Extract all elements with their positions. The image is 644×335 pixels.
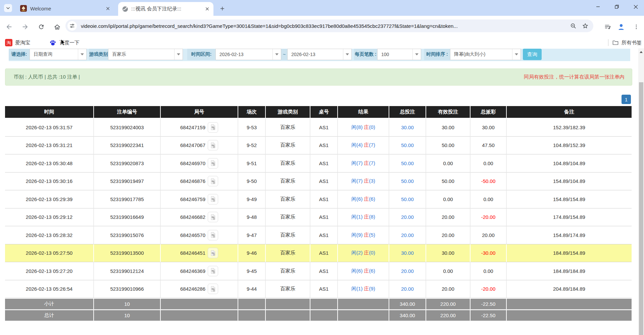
back-button[interactable] xyxy=(3,21,15,33)
cell-total-bet[interactable]: 20.00 xyxy=(389,262,426,280)
cell-remark: 104.89/152.39 xyxy=(507,137,632,155)
date-from-select[interactable]: 2026-02-13 xyxy=(215,49,281,60)
minimize-icon xyxy=(596,5,600,9)
tab-strip: Welcome :::视讯 会员下注纪录::: xyxy=(0,0,644,16)
cell-valid-bet: 20.00 xyxy=(426,226,470,244)
cell-remark: 104.89/104.89 xyxy=(507,154,632,173)
zoom-out-button[interactable] xyxy=(569,22,577,30)
window-maximize-button[interactable] xyxy=(607,0,626,13)
cell-time: 2026-02-13 05:31:57 xyxy=(5,118,94,137)
cell-total-bet[interactable]: 30.00 xyxy=(389,118,426,137)
cell-valid-bet: 30.00 xyxy=(426,244,470,262)
profile-avatar[interactable] xyxy=(615,21,627,33)
cell-total-bet[interactable]: 30.00 xyxy=(389,244,426,262)
cell-table-no: AS1 xyxy=(310,262,338,280)
summary-bar: 币别 : 人民币 | 总共 :10 注单 | 同局有效投注，统一计算在该局第一张… xyxy=(5,68,632,86)
site-settings-button[interactable] xyxy=(67,21,77,31)
cell-result: 闲(6) 庄(6) xyxy=(338,262,389,280)
reload-button[interactable] xyxy=(36,21,47,33)
scrollbar-thumb[interactable] xyxy=(639,82,643,335)
video-replay-button[interactable] xyxy=(208,176,218,186)
video-replay-button[interactable] xyxy=(208,194,218,204)
media-controls-button[interactable] xyxy=(602,21,613,33)
window-minimize-button[interactable] xyxy=(589,0,607,13)
cell-total-bet[interactable]: 50.00 xyxy=(389,190,426,208)
tab-close-icon[interactable] xyxy=(105,5,111,11)
cell-total-bet[interactable]: 50.00 xyxy=(389,154,426,173)
cell-bet-id: 523199022341 xyxy=(94,137,161,155)
column-header: 备注 xyxy=(507,106,632,118)
query-type-select[interactable]: 日期查询 xyxy=(30,49,87,60)
vertical-scrollbar[interactable] xyxy=(638,48,644,335)
video-replay-button[interactable] xyxy=(208,266,218,276)
cell-round: 684246451 xyxy=(161,244,238,262)
cell-result: 闲(7) 庄(3) xyxy=(338,173,389,191)
video-replay-button[interactable] xyxy=(208,212,218,222)
cell-payout: -50.00 xyxy=(470,173,507,191)
total-row: 总计10340.00220.00-22.50 xyxy=(5,309,632,321)
video-file-icon xyxy=(210,268,216,274)
cell-payout: -20.00 xyxy=(470,208,507,227)
cell-total-bet[interactable]: 50.00 xyxy=(389,137,426,155)
cell-game: 百家乐 xyxy=(266,154,310,173)
baidu-paw-icon xyxy=(49,39,57,47)
column-header: 游戏类别 xyxy=(266,106,310,118)
dropdown-arrow-icon xyxy=(273,49,281,60)
cell-valid-bet: 20.00 xyxy=(426,208,470,227)
tab-close-icon[interactable] xyxy=(204,6,210,12)
search-button[interactable]: 查询 xyxy=(523,49,542,60)
subtotal-label: 小计 xyxy=(5,298,94,309)
scrollbar-up-arrow[interactable] xyxy=(638,49,644,55)
globe-favicon-icon xyxy=(122,6,128,12)
cell-total-bet[interactable]: 20.00 xyxy=(389,226,426,244)
video-replay-button[interactable] xyxy=(208,284,218,294)
table-row: 2026-02-13 05:30:16523199019497684246876… xyxy=(5,173,632,191)
cell-time: 2026-02-13 05:27:50 xyxy=(5,244,94,262)
sort-order-select[interactable]: 降幂(由大到小) xyxy=(450,49,521,60)
filter-range-label: 时间区间: xyxy=(187,49,215,60)
video-replay-button[interactable] xyxy=(208,158,218,169)
folder-icon xyxy=(612,39,619,46)
cell-table-no: AS1 xyxy=(310,208,338,227)
cell-total-bet[interactable]: 20.00 xyxy=(389,280,426,298)
home-button[interactable] xyxy=(51,21,63,33)
cell-session: 9-50 xyxy=(238,173,266,191)
browser-menu-button[interactable] xyxy=(631,21,642,33)
url-text[interactable]: videoie.com/ipl/portal.php/game/betrecor… xyxy=(81,23,569,29)
video-replay-button[interactable] xyxy=(208,248,218,258)
table-row: 2026-02-13 05:30:48523199020873684246970… xyxy=(5,154,632,173)
avatar-icon xyxy=(617,23,625,31)
tab-welcome[interactable]: Welcome xyxy=(15,3,114,14)
video-replay-button[interactable] xyxy=(208,122,218,133)
tab-bet-records[interactable]: :::视讯 会员下注纪录::: xyxy=(118,2,213,16)
window-close-button[interactable] xyxy=(626,0,644,13)
bookmark-star-button[interactable] xyxy=(581,22,589,30)
tab-search-button[interactable] xyxy=(4,4,12,12)
video-replay-button[interactable] xyxy=(208,140,218,150)
cell-valid-bet: 0.00 xyxy=(426,262,470,280)
cell-session: 9-44 xyxy=(238,280,266,298)
page-size-select[interactable]: 100 xyxy=(377,49,421,60)
tune-icon xyxy=(69,23,75,29)
round-id: 684246876 xyxy=(180,178,205,184)
cell-session: 9-52 xyxy=(238,137,266,155)
cell-bet-id: 523199015076 xyxy=(94,226,161,244)
summary-right-note: 同局有效投注，统一计算在该局第一张注单内 xyxy=(524,74,625,80)
back-icon xyxy=(5,23,13,31)
all-bookmarks-button[interactable]: 所有书签 xyxy=(612,38,642,47)
cell-bet-id: 523199010966 xyxy=(94,280,161,298)
cell-total-bet[interactable]: 20.00 xyxy=(389,208,426,227)
bookmark-taobao[interactable]: 淘 爱淘宝 xyxy=(5,38,30,47)
forward-button[interactable] xyxy=(19,21,31,33)
cell-total-bet[interactable]: 50.00 xyxy=(389,173,426,191)
cell-round: 684246876 xyxy=(161,173,238,191)
date-to-select[interactable]: 2026-02-13 xyxy=(287,49,352,60)
round-id: 684246570 xyxy=(180,232,205,238)
cell-bet-id: 523199016649 xyxy=(94,208,161,227)
page-number-button[interactable]: 1 xyxy=(622,95,631,104)
video-file-icon xyxy=(210,250,216,256)
url-bar[interactable]: videoie.com/ipl/portal.php/game/betrecor… xyxy=(65,19,593,32)
game-type-select[interactable]: 百家乐 xyxy=(108,49,183,60)
new-tab-button[interactable] xyxy=(218,4,226,12)
video-replay-button[interactable] xyxy=(208,230,218,240)
